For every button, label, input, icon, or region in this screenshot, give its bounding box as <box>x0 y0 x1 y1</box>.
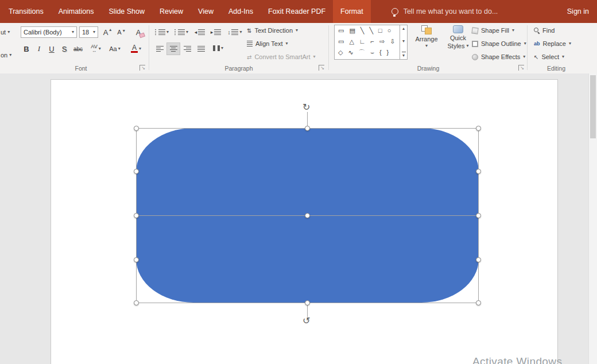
selection-handle[interactable] <box>305 213 310 218</box>
underline-button[interactable]: U <box>45 42 59 55</box>
strikethrough-button[interactable]: abc <box>70 42 86 55</box>
clear-formatting-button[interactable]: A <box>132 26 145 38</box>
bullets-button[interactable]: ▾ <box>154 26 170 38</box>
tab-slide-show[interactable]: Slide Show <box>102 0 153 23</box>
justify-icon <box>197 46 205 52</box>
italic-button[interactable]: I <box>32 42 46 55</box>
numbering-icon <box>175 29 176 35</box>
selection-handle[interactable] <box>305 126 310 131</box>
slide-canvas: ↻ ↺ Activate Windows <box>0 73 597 364</box>
character-spacing-button[interactable]: AV ↔ ▾ <box>87 42 104 55</box>
font-color-letter: A <box>132 45 137 51</box>
change-case-button[interactable]: Aa ▾ <box>107 42 123 55</box>
align-right-icon <box>184 46 191 52</box>
align-text-button[interactable]: Align Text ▾ <box>247 38 288 49</box>
shape-outline-icon <box>472 41 478 47</box>
lightbulb-icon <box>391 8 398 15</box>
rotate-handle-icon[interactable]: ↻ <box>303 103 310 112</box>
more-bar-icon <box>402 52 406 52</box>
quick-styles-button[interactable]: Quick Styles▾ <box>443 25 473 49</box>
bold-label: B <box>24 45 29 53</box>
selection-handle[interactable] <box>476 169 481 174</box>
eraser-icon <box>139 33 145 38</box>
decrease-indent-button[interactable]: ◂ <box>193 26 207 38</box>
gallery-more-button[interactable]: ▾ <box>402 52 406 58</box>
tab-view[interactable]: View <box>191 0 221 23</box>
selection-handle[interactable] <box>476 300 481 305</box>
slide[interactable]: ↻ ↺ Activate Windows <box>51 79 558 364</box>
selection-handle[interactable] <box>134 300 139 305</box>
shape-gallery-scrollbar: ▴ ▾ ▾ <box>400 25 407 59</box>
selection-handle[interactable] <box>134 257 139 262</box>
scroll-down-icon[interactable]: ▾ <box>402 39 405 44</box>
drawing-group: ▭▤╲╲□○ ▭△∟⌐⇨⇩ ◇∿⌒⌣{} ▴ ▾ ▾ Arrange ▾ Qui… <box>329 23 527 73</box>
spacing-lines-icon <box>231 29 238 35</box>
ribbon-tabs: Transitions Animations Slide Show Review… <box>0 0 371 23</box>
tell-me-box[interactable]: Tell me what you want to do... <box>385 0 505 23</box>
shape-effects-button[interactable]: Shape Effects ▾ <box>472 51 525 63</box>
text-shadow-button[interactable]: S <box>57 42 71 55</box>
selection-handle[interactable] <box>134 169 139 174</box>
change-case-label: Aa <box>109 45 117 52</box>
selection-handle[interactable] <box>476 213 481 218</box>
rotate-handle-icon[interactable]: ↺ <box>303 316 310 326</box>
bold-button[interactable]: B <box>20 42 33 55</box>
cropped-section-label: on <box>1 52 7 59</box>
tab-format[interactable]: Format <box>333 0 371 23</box>
cropped-section-button[interactable]: on ▾ <box>1 52 11 59</box>
shape-fill-button[interactable]: Shape Fill ▾ <box>472 25 514 36</box>
line-spacing-button[interactable]: ↕ ▾ <box>226 26 243 38</box>
justify-button[interactable] <box>194 42 208 55</box>
indent-lines-icon <box>214 29 221 35</box>
cropped-layout-button[interactable]: ut ▾ <box>1 29 10 36</box>
selection-handle[interactable] <box>134 126 139 131</box>
align-right-button[interactable] <box>180 42 194 55</box>
activate-windows-watermark: Activate Windows <box>472 355 562 364</box>
numbering-button[interactable]: ▾ <box>173 26 189 38</box>
align-left-button[interactable] <box>153 42 166 55</box>
selection-handle[interactable] <box>476 126 481 131</box>
text-direction-button[interactable]: ⇅ Text Direction ▾ <box>247 25 298 36</box>
align-center-button[interactable] <box>166 42 180 55</box>
sign-in-button[interactable]: Sign in <box>559 0 597 23</box>
scrollbar-thumb[interactable] <box>590 75 596 138</box>
tab-foxit-reader-pdf[interactable]: Foxit Reader PDF <box>261 0 333 23</box>
font-group: Calibri (Body) ▾ 18 ▾ A ▴ A ▾ A B I U <box>14 23 148 73</box>
replace-button[interactable]: ab Replace ▾ <box>534 38 571 49</box>
vertical-scrollbar[interactable] <box>588 73 597 364</box>
find-button[interactable]: Find <box>534 25 555 36</box>
font-size-combobox[interactable]: 18 ▾ <box>79 26 98 38</box>
shrink-font-button[interactable]: A ▾ <box>115 26 127 38</box>
tab-add-ins[interactable]: Add-Ins <box>221 0 261 23</box>
strikethrough-label: abc <box>73 46 83 52</box>
font-family-combobox[interactable]: Calibri (Body) ▾ <box>21 26 77 38</box>
shape-outline-button[interactable]: Shape Outline ▾ <box>472 38 526 49</box>
tab-transitions[interactable]: Transitions <box>1 0 51 23</box>
selection-handle[interactable] <box>134 213 139 218</box>
rounded-rectangle-shape-top[interactable] <box>136 128 479 215</box>
grow-font-letter: A <box>103 28 108 37</box>
select-button[interactable]: ↖ Select ▾ <box>534 51 564 63</box>
chevron-down-icon: ▾ <box>239 30 242 34</box>
shape-gallery-row[interactable]: ◇∿⌒⌣{} <box>335 47 407 58</box>
selection-handle[interactable] <box>476 257 481 262</box>
shape-effects-icon <box>472 54 478 60</box>
columns-button[interactable]: ▾ <box>210 42 226 54</box>
numbering-lines-icon <box>178 29 185 35</box>
tab-animations[interactable]: Animations <box>51 0 102 23</box>
editing-group: Find ab Replace ▾ ↖ Select ▾ Editing <box>528 23 584 73</box>
align-text-icon <box>247 41 253 47</box>
selection-handle[interactable] <box>305 300 310 305</box>
shape-gallery-row[interactable]: ▭△∟⌐⇨⇩ <box>335 36 407 47</box>
rounded-rectangle-shape-bottom[interactable] <box>136 215 479 303</box>
tab-review[interactable]: Review <box>152 0 191 23</box>
increase-indent-button[interactable]: ▸ <box>209 26 223 38</box>
shape-gallery-row[interactable]: ▭▤╲╲□○ <box>335 25 407 36</box>
chevron-down-icon: ▾ <box>466 44 468 48</box>
arrange-button[interactable]: Arrange ▾ <box>413 25 440 48</box>
scroll-up-icon[interactable]: ▴ <box>402 26 405 31</box>
font-color-button[interactable]: A ▾ <box>127 42 145 55</box>
grow-font-button[interactable]: A ▴ <box>101 26 114 38</box>
horizontal-arrow-icon: ↔ <box>92 49 96 53</box>
convert-to-smartart-button[interactable]: ⇄ Convert to SmartArt ▾ <box>247 51 316 63</box>
